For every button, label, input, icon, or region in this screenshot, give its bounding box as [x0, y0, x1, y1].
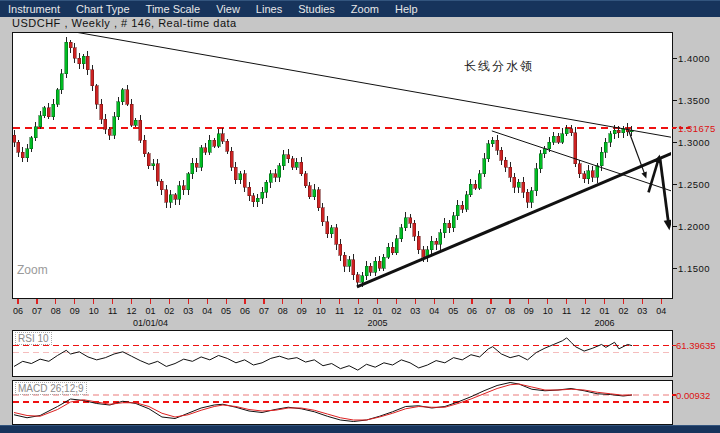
x-axis-month-label: 06: [240, 306, 250, 316]
main-chart-plot-area[interactable]: [12, 32, 672, 298]
x-axis-month-label: 03: [637, 306, 647, 316]
x-axis-month-label: 09: [524, 306, 534, 316]
x-axis-month-label: 01: [600, 306, 610, 316]
x-axis-year-label: 2005: [367, 318, 387, 328]
x-axis-month-label: 02: [164, 306, 174, 316]
x-axis-month-label: 09: [297, 306, 307, 316]
price-axis-label: 1.2500: [678, 179, 710, 190]
x-axis-month-label: 12: [127, 306, 137, 316]
x-axis-month-label: 02: [391, 306, 401, 316]
x-axis-month-label: 11: [335, 306, 344, 316]
x-axis-month-label: 10: [316, 306, 326, 316]
zoom-mode-label: Zoom: [17, 263, 48, 277]
x-axis-month-label: 07: [486, 306, 496, 316]
x-axis-month-label: 07: [32, 306, 42, 316]
x-axis-month-label: 09: [70, 306, 80, 316]
x-axis-month-label: 08: [51, 306, 61, 316]
price-axis-label: 1.3000: [678, 137, 710, 148]
x-axis-month-label: 01: [145, 306, 155, 316]
macd-value-label: 0.00932: [676, 390, 710, 401]
x-axis-month-label: 10: [89, 306, 99, 316]
x-axis-month-label: 05: [448, 306, 458, 316]
x-axis-month-label: 01: [372, 306, 382, 316]
x-axis-month-label: 07: [259, 306, 269, 316]
x-axis-month-label: 04: [429, 306, 439, 316]
chart-annotation-text: 长线分水领: [464, 58, 534, 75]
price-axis-label: 1.31675: [678, 123, 716, 134]
macd-panel-area[interactable]: [12, 380, 672, 424]
x-axis-month-label: 11: [108, 306, 117, 316]
x-axis-month-label: 12: [354, 306, 364, 316]
x-axis-month-label: 03: [183, 306, 193, 316]
price-axis-label: 1.3500: [678, 95, 710, 106]
x-axis-year-label: 2006: [595, 318, 615, 328]
price-axis-label: 1.1500: [678, 263, 710, 274]
x-axis-year-label: 01/01/04: [133, 318, 168, 328]
status-bar: [0, 425, 720, 433]
x-axis-month-label: 06: [467, 306, 477, 316]
x-axis-month-label: 08: [505, 306, 515, 316]
price-axis-label: 1.4000: [678, 53, 710, 64]
x-axis-month-label: 04: [656, 306, 666, 316]
x-axis-month-label: 02: [618, 306, 628, 316]
x-axis-month-label: 12: [581, 306, 591, 316]
x-axis-month-label: 11: [562, 306, 571, 316]
x-axis-month-label: 10: [543, 306, 553, 316]
x-axis-month-label: 06: [13, 306, 23, 316]
x-axis-month-label: 04: [202, 306, 212, 316]
rsi-value-label: 61.39635: [676, 340, 716, 351]
rsi-label[interactable]: RSI 10: [15, 332, 52, 345]
rsi-panel-area[interactable]: [12, 330, 672, 376]
price-axis-label: 1.2000: [678, 221, 710, 232]
x-axis-month-label: 05: [221, 306, 231, 316]
x-axis-month-label: 03: [410, 306, 420, 316]
x-axis-month-label: 08: [278, 306, 288, 316]
macd-label[interactable]: MACD 26;12;9: [15, 382, 87, 395]
